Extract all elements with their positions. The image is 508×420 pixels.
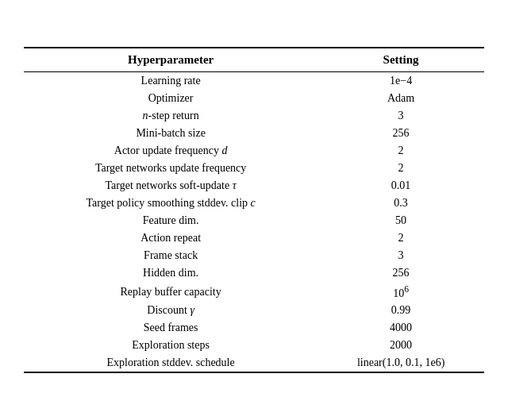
- setting-header: Setting: [318, 48, 484, 72]
- param-cell: Feature dim.: [24, 212, 318, 229]
- table-row: Actor update frequency d2: [24, 142, 484, 160]
- value-cell: 256: [318, 125, 484, 142]
- param-header: Hyperparameter: [24, 48, 318, 72]
- param-cell: Action repeat: [24, 229, 318, 247]
- table-row: Exploration steps2000: [24, 337, 484, 354]
- value-cell: 0.3: [318, 195, 484, 212]
- table-row: Seed frames4000: [24, 319, 484, 337]
- param-cell: Target networks update frequency: [24, 160, 318, 177]
- value-cell: linear(1.0, 0.1, 1e6): [318, 354, 484, 372]
- table-row: Hidden dim.256: [24, 264, 484, 282]
- value-cell: 0.01: [318, 177, 484, 195]
- value-cell: 106: [318, 282, 484, 302]
- param-cell: Optimizer: [24, 90, 318, 107]
- table-row: Discount γ0.99: [24, 302, 484, 319]
- value-cell: 0.99: [318, 302, 484, 319]
- table-row: Target networks soft-update τ0.01: [24, 177, 484, 195]
- value-cell: 50: [318, 212, 484, 229]
- param-cell: Discount γ: [24, 302, 318, 319]
- param-cell: n-step return: [24, 107, 318, 125]
- table-row: Learning rate1e−4: [24, 71, 484, 90]
- hyperparameter-table: Hyperparameter Setting Learning rate1e−4…: [24, 47, 484, 374]
- table-row: Action repeat2: [24, 229, 484, 247]
- value-cell: Adam: [318, 90, 484, 107]
- table-row: Replay buffer capacity106: [24, 282, 484, 302]
- table-row: Mini-batch size256: [24, 125, 484, 142]
- table-row: n-step return3: [24, 107, 484, 125]
- value-cell: 3: [318, 247, 484, 264]
- value-cell: 4000: [318, 319, 484, 337]
- value-cell: 1e−4: [318, 71, 484, 90]
- param-cell: Exploration steps: [24, 337, 318, 354]
- param-cell: Actor update frequency d: [24, 142, 318, 160]
- value-cell: 2000: [318, 337, 484, 354]
- param-cell: Mini-batch size: [24, 125, 318, 142]
- value-cell: 3: [318, 107, 484, 125]
- table-row: Target policy smoothing stddev. clip c0.…: [24, 195, 484, 212]
- param-cell: Hidden dim.: [24, 264, 318, 282]
- table-row: Feature dim.50: [24, 212, 484, 229]
- param-cell: Seed frames: [24, 319, 318, 337]
- hyperparameter-table-container: Hyperparameter Setting Learning rate1e−4…: [24, 47, 484, 374]
- table-row: Target networks update frequency2: [24, 160, 484, 177]
- table-row: Frame stack3: [24, 247, 484, 264]
- value-cell: 2: [318, 160, 484, 177]
- table-row: Exploration stddev. schedulelinear(1.0, …: [24, 354, 484, 372]
- param-cell: Frame stack: [24, 247, 318, 264]
- param-cell: Learning rate: [24, 71, 318, 90]
- value-cell: 2: [318, 229, 484, 247]
- value-cell: 2: [318, 142, 484, 160]
- param-cell: Target policy smoothing stddev. clip c: [24, 195, 318, 212]
- param-cell: Replay buffer capacity: [24, 282, 318, 302]
- param-cell: Exploration stddev. schedule: [24, 354, 318, 372]
- table-header-row: Hyperparameter Setting: [24, 48, 484, 72]
- table-row: OptimizerAdam: [24, 90, 484, 107]
- param-cell: Target networks soft-update τ: [24, 177, 318, 195]
- value-cell: 256: [318, 264, 484, 282]
